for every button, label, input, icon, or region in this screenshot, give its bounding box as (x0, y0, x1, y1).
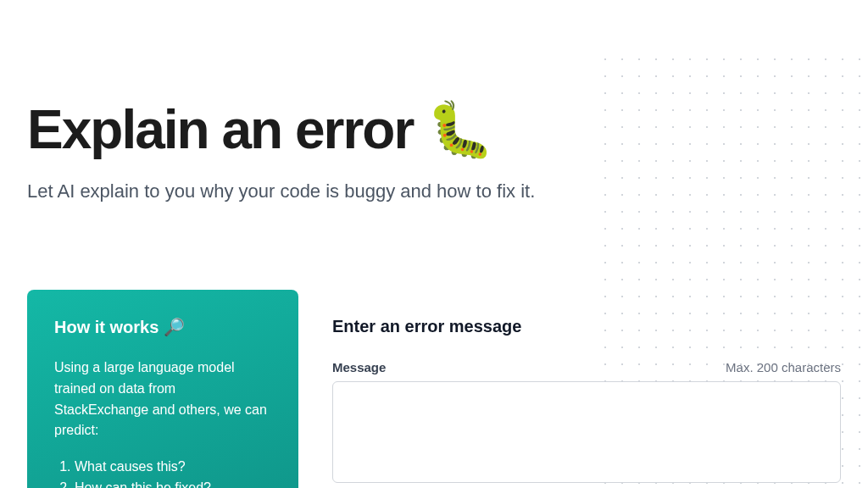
form-section: Enter an error message Message Max. 200 … (332, 290, 841, 486)
message-hint: Max. 200 characters (726, 360, 841, 374)
page-title: Explain an error 🐛 (27, 102, 841, 158)
list-item: How can this be fixed? (75, 478, 271, 488)
message-input[interactable] (332, 381, 841, 483)
message-label: Message (332, 360, 386, 374)
card-body: Using a large language model trained on … (54, 358, 271, 441)
how-it-works-card: How it works 🔎 Using a large language mo… (27, 290, 298, 488)
hero-section: Explain an error 🐛 Let AI explain to you… (27, 0, 841, 205)
form-title: Enter an error message (332, 317, 841, 336)
page-subtitle: Let AI explain to you why your code is b… (27, 179, 841, 205)
card-list: What causes this? How can this be fixed? (54, 457, 271, 488)
card-title: How it works 🔎 (54, 317, 271, 337)
list-item: What causes this? (75, 457, 271, 478)
